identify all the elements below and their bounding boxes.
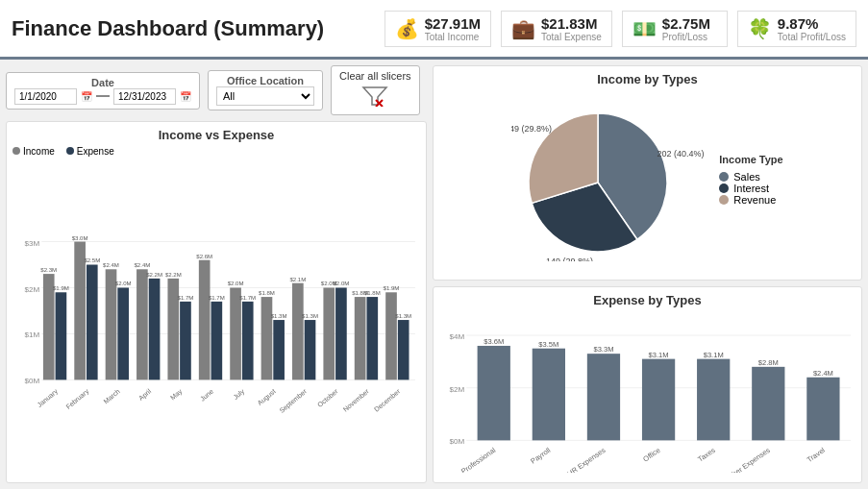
svg-text:$2.4M: $2.4M xyxy=(813,369,833,378)
svg-rect-56 xyxy=(323,287,335,379)
svg-rect-33 xyxy=(180,302,191,380)
svg-text:$2.0M: $2.0M xyxy=(115,281,132,286)
svg-rect-13 xyxy=(56,292,67,379)
svg-text:Payroll: Payroll xyxy=(529,446,552,466)
kpi-card-total-profit-loss: 🍀 9.87% Total Profit/Loss xyxy=(737,11,856,47)
svg-text:$3.0M: $3.0M xyxy=(72,235,88,241)
svg-text:July: July xyxy=(232,387,246,401)
svg-text:$2.4M: $2.4M xyxy=(134,262,150,268)
date-filter: Date 📅 📅 xyxy=(6,72,200,110)
total-profit-loss-icon: 🍀 xyxy=(748,17,772,40)
svg-rect-92 xyxy=(697,359,730,441)
svg-rect-26 xyxy=(136,269,148,379)
date-to-input[interactable] xyxy=(113,88,176,105)
kpi-card-profit-loss: 💵 $2.75M Profit/Loss xyxy=(622,11,728,47)
svg-rect-48 xyxy=(273,320,285,379)
profit-loss-label: Profit/Loss xyxy=(662,32,710,42)
location-filter: Office Location AllNew YorkLondonTokyoSy… xyxy=(208,70,323,110)
svg-rect-89 xyxy=(642,359,675,441)
svg-text:February: February xyxy=(64,387,90,411)
kpi-card-total-expense: 💼 $21.83M Total Expense xyxy=(501,11,612,47)
svg-rect-28 xyxy=(149,279,161,379)
svg-text:$2M: $2M xyxy=(25,285,40,294)
svg-rect-61 xyxy=(355,297,366,379)
total-income-label: Total Income xyxy=(425,32,481,42)
svg-rect-18 xyxy=(87,265,98,380)
clear-slicers-button[interactable] xyxy=(361,86,388,110)
location-select[interactable]: AllNew YorkLondonTokyoSydney xyxy=(216,86,314,106)
date-from-input[interactable] xyxy=(14,88,77,105)
svg-marker-0 xyxy=(363,87,386,105)
svg-text:$3M: $3M xyxy=(25,239,40,248)
svg-rect-43 xyxy=(242,302,254,380)
svg-text:$1.9M: $1.9M xyxy=(384,285,400,291)
svg-text:August: August xyxy=(257,387,278,406)
legend-expense: Expense xyxy=(66,146,114,157)
svg-text:January: January xyxy=(36,387,60,409)
svg-rect-31 xyxy=(167,279,179,379)
income-expense-svg: $0M$1M$2M$3M$2.3M$1.9MJanuary$3.0M$2.5MF… xyxy=(12,159,420,465)
svg-text:May: May xyxy=(169,387,185,402)
svg-text:$2.4M: $2.4M xyxy=(103,262,119,268)
kpi-card-total-income: 💰 $27.91M Total Income xyxy=(384,11,491,47)
pie-legend-title: Income Type xyxy=(719,154,782,165)
svg-rect-95 xyxy=(752,367,784,441)
svg-text:$3.1M: $3.1M xyxy=(704,351,724,359)
location-filter-label: Office Location xyxy=(216,75,314,86)
svg-text:$2.0M: $2.0M xyxy=(228,281,244,286)
svg-text:$3.1M: $3.1M xyxy=(649,351,669,359)
svg-text:149 (29.8%): 149 (29.8%) xyxy=(511,124,552,134)
svg-text:$0M: $0M xyxy=(450,437,465,446)
expense-by-types-card: Expense by Types $0M$2M$4M$3.6MProfessio… xyxy=(433,286,862,483)
svg-text:Other Expenses: Other Expenses xyxy=(724,446,772,473)
left-panel: Date 📅 📅 Office Location AllNew YorkLond… xyxy=(0,60,433,489)
svg-text:October: October xyxy=(316,387,339,408)
svg-text:$1.3M: $1.3M xyxy=(395,313,411,319)
kpi-cards: 💰 $27.91M Total Income 💼 $21.83M Total E… xyxy=(384,11,856,47)
svg-rect-38 xyxy=(211,302,223,380)
calendar-to-icon[interactable]: 📅 xyxy=(180,91,191,102)
svg-text:202 (40.4%): 202 (40.4%) xyxy=(657,149,705,159)
calendar-from-icon[interactable]: 📅 xyxy=(81,91,92,102)
total-income-value: $27.91M xyxy=(425,15,481,32)
svg-text:$2.0M: $2.0M xyxy=(333,281,349,286)
svg-text:$2.5M: $2.5M xyxy=(84,257,100,263)
svg-rect-86 xyxy=(587,354,620,440)
pie-legend-sales: Sales xyxy=(719,171,782,183)
svg-text:$3.3M: $3.3M xyxy=(593,345,613,354)
svg-text:Office: Office xyxy=(641,446,661,464)
right-panel: Income by Types 202 (40.4%)149 (29.8%)14… xyxy=(433,60,868,489)
income-by-types-title: Income by Types xyxy=(439,72,856,86)
svg-text:Professional: Professional xyxy=(459,446,497,473)
income-vs-expense-card: Income vs Expense Income Expense $0M$1M$… xyxy=(6,121,427,483)
total-expense-icon: 💼 xyxy=(511,17,535,40)
svg-text:$1.7M: $1.7M xyxy=(209,295,225,301)
svg-text:$2.2M: $2.2M xyxy=(165,272,182,278)
date-filter-label: Date xyxy=(91,77,114,88)
pie-svg: 202 (40.4%)149 (29.8%)149 (29.8%) xyxy=(511,98,704,261)
svg-text:$3.5M: $3.5M xyxy=(538,340,558,349)
clear-slicers-label: Clear all slicers xyxy=(339,70,411,82)
svg-rect-46 xyxy=(261,297,273,379)
svg-text:$1M: $1M xyxy=(25,330,40,339)
svg-text:$3.6M: $3.6M xyxy=(484,337,504,346)
svg-rect-98 xyxy=(806,378,839,441)
filters-row: Date 📅 📅 Office Location AllNew YorkLond… xyxy=(6,65,427,115)
svg-text:$1.8M: $1.8M xyxy=(259,290,275,296)
total-expense-label: Total Expense xyxy=(541,32,602,42)
svg-text:September: September xyxy=(278,387,309,415)
svg-rect-51 xyxy=(292,283,304,380)
svg-text:$1.3M: $1.3M xyxy=(302,313,318,319)
svg-text:$4M: $4M xyxy=(450,332,465,341)
svg-text:April: April xyxy=(137,387,153,402)
svg-text:Travel: Travel xyxy=(806,446,827,464)
date-separator xyxy=(96,95,110,97)
income-by-types-card: Income by Types 202 (40.4%)149 (29.8%)14… xyxy=(433,65,862,281)
header: Finance Dashboard (Summary) 💰 $27.91M To… xyxy=(0,0,868,60)
pie-legend-revenue: Revenue xyxy=(719,194,782,206)
svg-rect-41 xyxy=(230,287,241,379)
svg-text:$1.7M: $1.7M xyxy=(178,295,194,301)
svg-text:December: December xyxy=(373,387,402,413)
svg-text:$1.7M: $1.7M xyxy=(239,295,256,301)
svg-rect-53 xyxy=(305,320,316,379)
